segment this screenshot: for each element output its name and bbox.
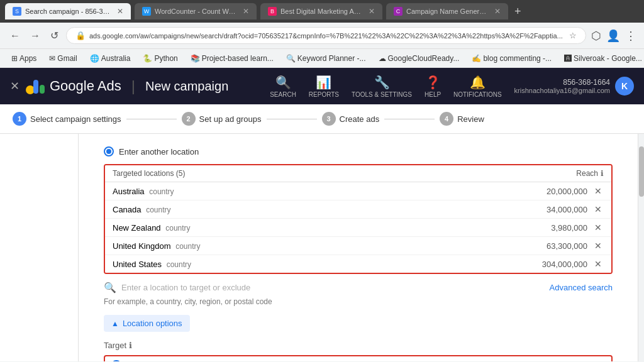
targeted-locations-table: Targeted locations (5) Reach ℹ Australia…	[104, 164, 613, 274]
target-section-label: Target ℹ	[104, 341, 613, 350]
row-right: 304,000,000 ✕	[542, 258, 604, 270]
bookmark-google-cloud[interactable]: ☁ GoogleCloudReady...	[375, 53, 464, 64]
table-row: Canada country 34,000,000 ✕	[105, 200, 611, 219]
row-right: 3,980,000 ✕	[551, 222, 604, 233]
bookmarks-bar: ⊞ Apps ✉ Gmail 🌐 Australia 🐍 Python 📚 Pr…	[0, 49, 644, 68]
target-option-1-text: Presence or interest: People in, regular…	[126, 360, 531, 361]
step-2-label: Set up ad groups	[199, 114, 262, 124]
google-ads-logo-icon	[25, 76, 45, 96]
location-options-label: Location options	[123, 319, 182, 328]
step-3-circle: 3	[322, 112, 336, 126]
bookmark-silveroak[interactable]: 🅰 Silveroak - Google...	[560, 53, 644, 64]
step-3: 3 Create ads	[322, 112, 380, 126]
location-name: United Kingdom country	[113, 241, 200, 251]
svg-rect-2	[40, 85, 45, 94]
reports-nav-button[interactable]: 📊 REPORTS	[309, 75, 339, 98]
bookmark-australia[interactable]: 🌐 Australia	[86, 53, 135, 64]
nav-back-button[interactable]: ←	[8, 28, 23, 44]
ads-logo: Google Ads	[25, 76, 121, 96]
reports-nav-icon: 📊	[316, 75, 331, 90]
search-nav-button[interactable]: 🔍 SEARCH	[270, 75, 296, 98]
step-4: 4 Review	[440, 112, 484, 126]
enter-location-label: Enter another location	[119, 147, 199, 156]
tab-label-3: Best Digital Marketing Agency in...	[280, 8, 362, 15]
user-info[interactable]: 856-368-1664 krishnachotaliya16@gmail.co…	[514, 77, 634, 96]
address-bar[interactable]: 🔒 ads.google.com/aw/campaigns/new/search…	[66, 27, 586, 44]
ads-close-button[interactable]: ✕	[10, 79, 19, 93]
radio-inner	[106, 149, 111, 154]
help-nav-icon: ❓	[425, 75, 441, 90]
table-row: New Zealand country 3,980,000 ✕	[105, 219, 611, 237]
tab-close-4[interactable]: ✕	[494, 7, 501, 16]
lock-icon: 🔒	[75, 31, 86, 40]
tab-favicon-4: C	[394, 7, 402, 16]
nav-reload-button[interactable]: ↺	[48, 27, 61, 44]
tab-wordcounter[interactable]: W WordCounter - Count Words &... ✕	[135, 3, 257, 19]
step-4-label: Review	[457, 114, 484, 124]
remove-location-button[interactable]: ✕	[592, 204, 604, 215]
profile-icon[interactable]: 👤	[606, 29, 620, 43]
scrollbar[interactable]	[638, 134, 644, 361]
reach-info-icon: ℹ	[601, 169, 604, 178]
address-text: ads.google.com/aw/campaigns/new/search/d…	[89, 32, 565, 40]
svg-point-0	[26, 85, 35, 94]
bookmark-apps[interactable]: ⊞ Apps	[8, 53, 40, 64]
extensions-icon[interactable]: ⬡	[591, 29, 601, 43]
enter-location-row: Enter another location	[104, 146, 613, 156]
bookmark-keyword[interactable]: 🔍 Keyword Planner -...	[282, 53, 370, 64]
remove-location-button[interactable]: ✕	[592, 258, 604, 270]
user-email: krishnachotaliya16@gmail.com	[514, 87, 610, 94]
notifications-nav-icon: 🔔	[470, 75, 486, 90]
menu-icon[interactable]: ⋮	[625, 29, 636, 43]
remove-location-button[interactable]: ✕	[592, 185, 604, 197]
location-search-input[interactable]	[121, 283, 545, 292]
target-option-1[interactable]: Presence or interest: People in, regular…	[104, 355, 613, 361]
help-nav-button[interactable]: ❓ HELP	[425, 75, 441, 98]
tools-nav-button[interactable]: 🔧 TOOLS & SETTINGS	[352, 75, 412, 98]
ads-header-right: 🔍 SEARCH 📊 REPORTS 🔧 TOOLS & SETTINGS ❓ …	[270, 75, 634, 98]
browser-nav-bar: ← → ↺ 🔒 ads.google.com/aw/campaigns/new/…	[0, 23, 644, 49]
notifications-nav-button[interactable]: 🔔 NOTIFICATIONS	[453, 75, 501, 98]
tab-label-2: WordCounter - Count Words &...	[155, 8, 236, 15]
ads-header: ✕ Google Ads | New campaign 🔍 SEARCH 📊 R…	[0, 68, 644, 104]
row-right: 34,000,000 ✕	[547, 204, 604, 215]
enter-location-radio[interactable]	[104, 146, 114, 156]
tab-close-1[interactable]: ✕	[117, 7, 123, 16]
table-row: Australia country 20,000,000 ✕	[105, 182, 611, 200]
scrollbar-thumb[interactable]	[639, 146, 644, 197]
advanced-search-link[interactable]: Advanced search	[550, 283, 613, 292]
new-tab-button[interactable]: +	[514, 5, 521, 18]
table-header-reach: Reach ℹ	[576, 169, 604, 178]
step-2-circle: 2	[182, 112, 196, 126]
star-icon: ☆	[569, 31, 577, 40]
tab-favicon-1: S	[13, 7, 21, 16]
tab-search-campaign[interactable]: S Search campaign - 856-368-166-... ✕	[5, 3, 131, 19]
tab-close-3[interactable]: ✕	[369, 7, 375, 16]
tab-campaign-gen[interactable]: C Campaign Name Generator ✕	[386, 3, 508, 19]
campaign-steps: 1 Select campaign settings 2 Set up ad g…	[0, 104, 644, 134]
tools-nav-icon: 🔧	[374, 75, 390, 90]
tab-close-2[interactable]: ✕	[243, 7, 249, 16]
remove-location-button[interactable]: ✕	[592, 240, 604, 251]
location-search-row: 🔍 Advanced search	[104, 282, 613, 293]
remove-location-button[interactable]: ✕	[592, 222, 604, 233]
search-nav-icon: 🔍	[275, 75, 291, 90]
tab-best-digital[interactable]: B Best Digital Marketing Agency in... ✕	[260, 3, 382, 19]
table-row: United Kingdom country 63,300,000 ✕	[105, 237, 611, 255]
user-phone: 856-368-1664	[514, 78, 610, 87]
search-icon: 🔍	[104, 282, 116, 293]
ads-logo-text: Google Ads	[50, 78, 121, 94]
step-connector-1	[126, 119, 177, 119]
chevron-up-icon: ▲	[111, 319, 119, 328]
nav-forward-button[interactable]: →	[28, 28, 43, 44]
target-radio-1[interactable]	[111, 360, 121, 361]
location-options-button[interactable]: ▲ Location options	[104, 315, 190, 332]
location-name: United States country	[113, 260, 191, 269]
ads-campaign-title: New campaign	[145, 79, 228, 94]
bookmark-python[interactable]: 🐍 Python	[139, 53, 181, 64]
bookmark-project[interactable]: 📚 Project-based learn...	[187, 53, 277, 64]
bookmark-gmail[interactable]: ✉ Gmail	[45, 53, 80, 64]
bookmark-blog[interactable]: ✍ blog commenting -...	[468, 53, 555, 64]
table-row: United States country 304,000,000 ✕	[105, 255, 611, 273]
tab-favicon-3: B	[268, 7, 277, 16]
